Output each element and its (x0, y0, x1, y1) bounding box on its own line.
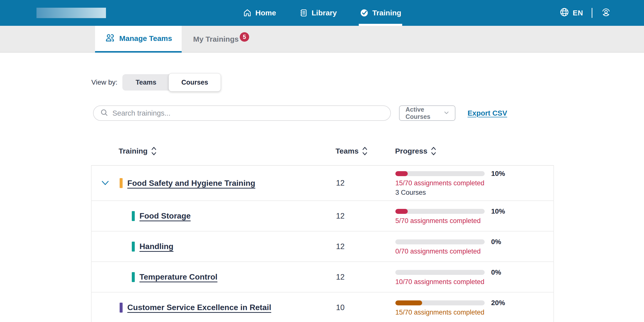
teams-count: 12 (336, 212, 344, 220)
view-by-control: View by: Teams Courses (91, 74, 221, 91)
progress-bar-track (395, 209, 485, 214)
nav-divider (592, 8, 592, 18)
column-label: Training (119, 147, 148, 155)
progress-bar-line: 20% (395, 299, 554, 307)
column-header-training: Training (119, 145, 157, 157)
table-header: Training Teams Progress (91, 145, 554, 157)
progress-bar-line: 0% (395, 268, 554, 276)
language-code: EN (573, 9, 583, 17)
accent-bar (120, 178, 122, 188)
training-title-link[interactable]: Temperature Control (140, 272, 218, 282)
column-header-progress: Progress (395, 145, 437, 157)
progress-cell: 10% 15/70 assignments completed 3 Course… (395, 166, 554, 200)
teams-cell: 12 (336, 273, 395, 282)
assignments-completed-text: 15/70 assignments completed (395, 308, 554, 316)
progress-cell: 0% 10/70 assignments completed (395, 265, 554, 289)
teams-count: 12 (336, 273, 344, 281)
progress-bar-line: 0% (395, 238, 554, 246)
progress-cell: 20% 15/70 assignments completed (395, 296, 554, 320)
tab-label: My Trainings (193, 35, 238, 44)
assignments-completed-text: 0/70 assignments completed (395, 248, 554, 255)
assignments-completed-text: 15/70 assignments completed (395, 179, 554, 187)
teams-cell: 10 (336, 303, 395, 312)
toolbar: Active Courses Export CSV (0, 106, 644, 121)
brand-logo[interactable] (36, 8, 106, 18)
nav-right-controls: EN (559, 0, 611, 26)
library-icon (299, 8, 308, 17)
tab-my-trainings[interactable]: My Trainings 5 (188, 26, 243, 52)
progress-percent: 10% (491, 208, 505, 215)
nav-item-library[interactable]: Library (299, 0, 337, 26)
expand-chevron-icon[interactable] (101, 180, 110, 186)
teams-cell: 12 (336, 178, 395, 188)
export-csv-link[interactable]: Export CSV (468, 106, 507, 121)
progress-bar-track (395, 270, 485, 275)
training-cell: Temperature Control (92, 272, 336, 282)
table-row: Handling 12 0% 0/70 assignments complete… (92, 232, 554, 262)
training-cell: Food Safety and Hygiene Training (92, 178, 336, 188)
progress-percent: 10% (491, 170, 505, 178)
nav-item-label: Training (372, 9, 401, 17)
sort-icon[interactable] (151, 146, 157, 156)
progress-percent: 0% (491, 238, 501, 246)
people-icon (105, 33, 115, 44)
training-title-link[interactable]: Handling (140, 242, 174, 251)
search-input[interactable] (112, 109, 387, 117)
table-row: Customer Service Excellence in Retail 10… (92, 292, 554, 322)
training-cell: Handling (92, 242, 336, 252)
progress-bar-track (395, 240, 485, 244)
top-navbar: Home Library (0, 0, 644, 26)
course-filter-dropdown[interactable]: Active Courses (399, 106, 456, 121)
teams-count: 10 (336, 303, 344, 312)
accent-bar (132, 242, 135, 252)
training-title-link[interactable]: Customer Service Excellence in Retail (127, 303, 271, 312)
view-by-segmented: Teams Courses (122, 74, 221, 90)
trainings-table: Food Safety and Hygiene Training 12 10% … (91, 165, 554, 322)
app-root: Home Library (0, 0, 644, 322)
assignments-completed-text: 10/70 assignments completed (395, 278, 554, 286)
training-cell: Customer Service Excellence in Retail (92, 303, 336, 312)
profile-button[interactable] (601, 7, 611, 18)
column-label: Teams (336, 147, 358, 155)
nav-item-training[interactable]: Training (360, 0, 401, 26)
column-label: Progress (395, 147, 427, 155)
language-selector[interactable]: EN (559, 7, 583, 19)
notification-badge: 5 (240, 32, 249, 42)
accent-bar (120, 303, 122, 312)
tab-label: Manage Teams (119, 34, 172, 43)
accent-bar (132, 211, 135, 221)
table-row: Food Storage 12 10% 5/70 assignments com… (92, 201, 554, 232)
progress-percent: 0% (491, 268, 501, 276)
nav-item-home[interactable]: Home (243, 0, 276, 26)
progress-bar-fill (395, 300, 422, 306)
filter-selected-value: Active Courses (406, 106, 443, 120)
nav-item-label: Home (255, 9, 276, 17)
training-icon (360, 8, 368, 17)
user-icon (601, 7, 611, 18)
globe-icon (559, 7, 569, 19)
sort-icon[interactable] (430, 146, 437, 156)
progress-cell: 0% 0/70 assignments completed (395, 234, 554, 259)
nav-menu: Home Library (243, 0, 401, 26)
progress-bar-line: 10% (395, 208, 554, 215)
teams-cell: 12 (336, 212, 395, 220)
table-row: Food Safety and Hygiene Training 12 10% … (92, 166, 554, 201)
teams-cell: 12 (336, 242, 395, 251)
nav-item-label: Library (312, 9, 337, 17)
chevron-down-icon (443, 109, 450, 117)
search-icon (100, 108, 108, 118)
segment-teams[interactable]: Teams (122, 74, 170, 90)
progress-bar-track (395, 300, 485, 306)
segment-courses[interactable]: Courses (168, 73, 221, 92)
teams-count: 12 (336, 242, 344, 251)
sort-icon[interactable] (362, 146, 368, 156)
accent-bar (132, 272, 135, 282)
training-title-link[interactable]: Food Storage (140, 211, 190, 220)
search-box (93, 106, 391, 121)
table-row: Temperature Control 12 0% 10/70 assignme… (92, 262, 554, 292)
progress-bar-fill (395, 209, 408, 214)
home-icon (243, 8, 252, 17)
courses-count-text: 3 Courses (395, 189, 554, 196)
training-title-link[interactable]: Food Safety and Hygiene Training (127, 178, 255, 188)
tab-manage-teams[interactable]: Manage Teams (95, 26, 182, 52)
